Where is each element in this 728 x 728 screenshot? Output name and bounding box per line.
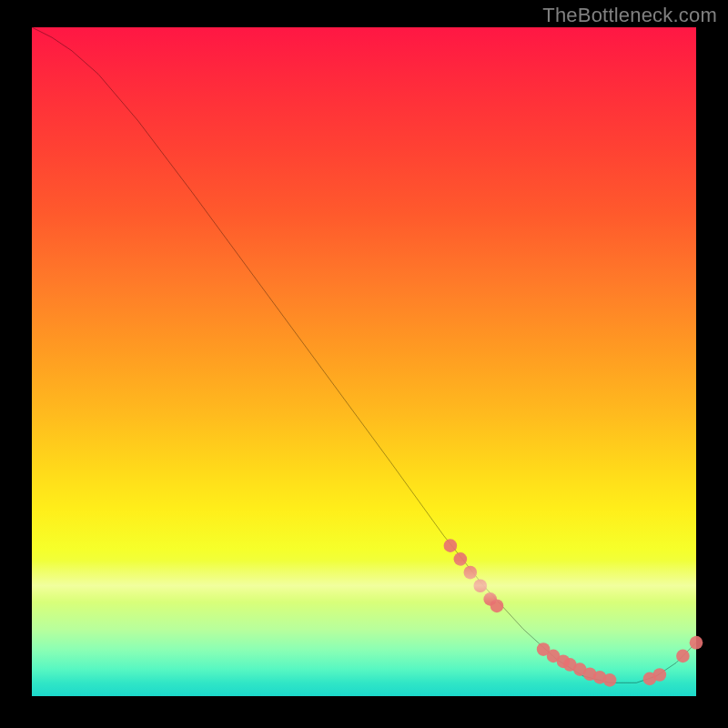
data-point: [454, 552, 468, 566]
marker-group: [444, 539, 703, 686]
data-point: [653, 668, 667, 682]
data-point: [676, 650, 690, 663]
plot-area: [32, 27, 696, 696]
data-point: [464, 566, 478, 580]
data-point: [690, 636, 703, 650]
chart-frame: TheBottleneck.com: [0, 0, 728, 728]
chart-svg: [32, 27, 696, 696]
data-point: [444, 539, 458, 552]
data-point: [603, 673, 617, 687]
attribution-label: TheBottleneck.com: [542, 4, 717, 27]
data-point: [490, 599, 504, 612]
data-point: [473, 579, 487, 592]
bottleneck-curve: [32, 27, 696, 682]
